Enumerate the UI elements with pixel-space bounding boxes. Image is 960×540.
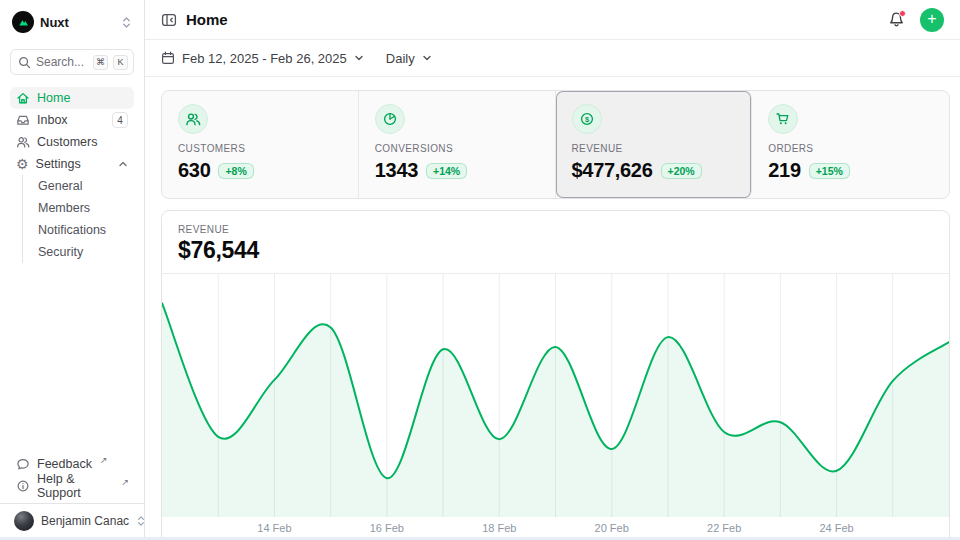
chart-pie-icon: [375, 104, 405, 134]
footer-link-label: Help & Support: [37, 472, 113, 500]
search-box[interactable]: ⌘ K: [10, 49, 134, 75]
sidebar-item-settings[interactable]: ⚙ Settings: [10, 153, 134, 175]
app-window: Nuxt ⌘ K Home Inbo: [0, 0, 960, 540]
user-name: Benjamin Canac: [41, 514, 129, 528]
sidebar-footer: Feedback ↗ Help & Support ↗: [10, 453, 134, 503]
sidebar-item-label: Inbox: [37, 113, 68, 127]
inbox-count-badge: 4: [112, 112, 128, 128]
sidebar-collapse-icon[interactable]: [161, 12, 177, 28]
notification-dot: [899, 10, 906, 17]
page-header: Home +: [145, 0, 960, 40]
settings-submenu: General Members Notifications Security: [22, 175, 134, 263]
stats-row: CUSTOMERS 630 +8% CONVERSIONS 1343 +14%: [161, 90, 950, 199]
search-input[interactable]: [36, 55, 88, 69]
page-title: Home: [186, 11, 228, 28]
user-menu[interactable]: Benjamin Canac: [10, 504, 134, 538]
sidebar-item-customers[interactable]: Customers: [10, 131, 134, 153]
x-axis-label: 18 Feb: [482, 522, 516, 534]
submenu-label: General: [38, 179, 82, 193]
x-axis-label: 14 Feb: [257, 522, 291, 534]
sidebar-item-general[interactable]: General: [34, 175, 134, 197]
sidebar-item-label: Customers: [37, 135, 97, 149]
dollar-circle-icon: $: [572, 104, 602, 134]
chart-total-value: $76,544: [178, 237, 933, 264]
users-icon: [178, 104, 208, 134]
sidebar-item-notifications[interactable]: Notifications: [34, 219, 134, 241]
info-circle-icon: [16, 479, 30, 493]
sidebar-item-members[interactable]: Members: [34, 197, 134, 219]
delta-badge: +14%: [426, 163, 467, 179]
help-support-link[interactable]: Help & Support ↗: [10, 475, 134, 497]
external-link-icon: ↗: [121, 477, 129, 487]
x-axis: 14 Feb16 Feb18 Feb20 Feb22 Feb24 Feb: [162, 517, 949, 539]
kbd-command: ⌘: [93, 55, 108, 70]
external-link-icon: ↗: [100, 455, 108, 465]
stat-label: ORDERS: [768, 143, 933, 154]
sidebar-item-label: Settings: [36, 157, 81, 171]
footer-link-label: Feedback: [37, 457, 92, 471]
avatar: [14, 511, 34, 531]
date-range-picker[interactable]: Feb 12, 2025 - Feb 26, 2025: [161, 51, 364, 66]
interval-label: Daily: [386, 51, 415, 66]
nuxt-logo-icon: [12, 11, 34, 33]
revenue-area-chart[interactable]: [162, 273, 949, 517]
sidebar-item-home[interactable]: Home: [10, 87, 134, 109]
calendar-icon: [161, 51, 175, 65]
team-name: Nuxt: [40, 15, 115, 30]
delta-badge: +15%: [809, 163, 850, 179]
chevron-updown-icon: [121, 16, 132, 29]
stat-value: 630: [178, 159, 210, 182]
x-axis-label: 16 Feb: [370, 522, 404, 534]
users-icon: [16, 135, 30, 149]
sidebar-nav: Home Inbox 4 Customers ⚙ Settings: [10, 87, 134, 263]
stat-card-conversions[interactable]: CONVERSIONS 1343 +14%: [359, 91, 556, 198]
stat-card-customers[interactable]: CUSTOMERS 630 +8%: [162, 91, 359, 198]
revenue-chart-card: REVENUE $76,544 14 Feb16 Feb18 Feb20 Feb…: [161, 210, 950, 540]
chevron-up-icon: [118, 159, 128, 169]
notifications-bell-icon[interactable]: [888, 11, 905, 28]
filters-toolbar: Feb 12, 2025 - Feb 26, 2025 Daily: [145, 40, 960, 77]
sidebar: Nuxt ⌘ K Home Inbo: [0, 0, 145, 540]
submenu-label: Notifications: [38, 223, 106, 237]
team-switcher[interactable]: Nuxt: [10, 8, 134, 36]
page-content: CUSTOMERS 630 +8% CONVERSIONS 1343 +14%: [145, 77, 960, 540]
sidebar-item-label: Home: [37, 91, 70, 105]
stat-label: CUSTOMERS: [178, 143, 342, 154]
delta-badge: +20%: [661, 163, 702, 179]
sidebar-item-inbox[interactable]: Inbox 4: [10, 109, 134, 131]
chart-title: REVENUE: [178, 224, 933, 235]
x-axis-label: 24 Feb: [819, 522, 853, 534]
inbox-icon: [16, 113, 30, 127]
submenu-label: Members: [38, 201, 90, 215]
chevron-down-icon: [354, 53, 364, 63]
main-area: Home + Feb 12, 2025 - Feb 26, 2025 Daily: [145, 0, 960, 540]
search-icon: [18, 56, 31, 69]
gear-icon: ⚙: [16, 157, 29, 171]
sidebar-item-security[interactable]: Security: [34, 241, 134, 263]
date-range-label: Feb 12, 2025 - Feb 26, 2025: [182, 51, 347, 66]
delta-badge: +8%: [218, 163, 253, 179]
stat-value: 1343: [375, 159, 418, 182]
stat-card-revenue[interactable]: $ REVENUE $477,626 +20%: [556, 91, 753, 198]
stat-card-orders[interactable]: ORDERS 219 +15%: [752, 91, 949, 198]
add-button[interactable]: +: [920, 8, 944, 32]
chevron-down-icon: [422, 53, 432, 63]
chart-header: REVENUE $76,544: [162, 211, 949, 273]
x-axis-label: 22 Feb: [707, 522, 741, 534]
kbd-k: K: [113, 55, 128, 70]
chat-bubble-icon: [16, 457, 30, 471]
interval-select[interactable]: Daily: [386, 51, 432, 66]
submenu-label: Security: [38, 245, 83, 259]
x-axis-label: 20 Feb: [595, 522, 629, 534]
stat-value: 219: [768, 159, 800, 182]
stat-label: REVENUE: [572, 143, 736, 154]
stat-label: CONVERSIONS: [375, 143, 539, 154]
shopping-cart-icon: [768, 104, 798, 134]
svg-text:$: $: [584, 115, 589, 124]
stat-value: $477,626: [572, 159, 653, 182]
home-icon: [16, 91, 30, 105]
